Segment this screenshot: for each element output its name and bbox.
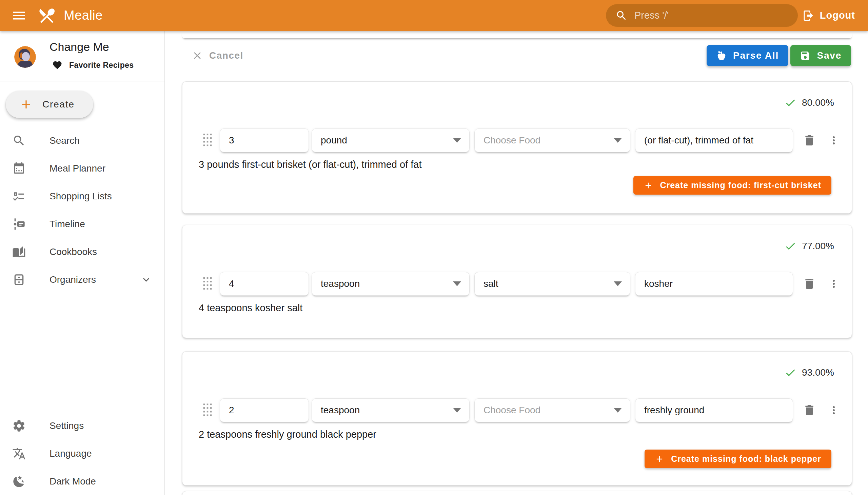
sidebar-divider bbox=[0, 81, 165, 81]
calendar-icon bbox=[12, 162, 26, 175]
quantity-input[interactable]: 3 bbox=[220, 129, 309, 152]
note-input[interactable]: (or flat-cut), trimmed of fat bbox=[635, 129, 793, 152]
magnify-icon bbox=[12, 134, 26, 148]
save-button[interactable]: Save bbox=[790, 45, 851, 66]
delete-button[interactable] bbox=[803, 404, 816, 417]
original-ingredient-text: 4 teaspoons kosher salt bbox=[199, 303, 303, 313]
main-content: Cancel Parse All Save 80.00% 3 pound bbox=[165, 31, 868, 495]
ingredient-card: 80.00% 3 pound Choose Food (or flat-cut)… bbox=[182, 81, 852, 214]
sidebar-item-search[interactable]: Search bbox=[0, 127, 165, 155]
select-caret-icon bbox=[453, 408, 461, 413]
food-select[interactable]: salt bbox=[474, 272, 630, 296]
trash-icon bbox=[803, 277, 816, 291]
drag-handle-icon[interactable] bbox=[202, 402, 213, 419]
confidence-indicator: 80.00% bbox=[784, 97, 834, 109]
sidebar-item-shopping-lists[interactable]: Shopping Lists bbox=[0, 183, 165, 210]
food-select[interactable]: Choose Food bbox=[474, 398, 630, 422]
original-ingredient-text: 3 pounds first-cut brisket (or flat-cut)… bbox=[199, 159, 422, 170]
kebab-menu-icon bbox=[828, 404, 840, 416]
delete-button[interactable] bbox=[803, 277, 816, 291]
sidebar-item-meal-planner[interactable]: Meal Planner bbox=[0, 155, 165, 183]
save-icon bbox=[800, 50, 811, 61]
unit-select[interactable]: teaspoon bbox=[311, 398, 470, 422]
confidence-value: 80.00% bbox=[802, 97, 834, 108]
quantity-input[interactable]: 2 bbox=[220, 398, 309, 422]
kebab-menu-icon bbox=[828, 134, 840, 147]
ingredient-card: 77.00% 4 teaspoon salt kosher 4 tea bbox=[182, 225, 852, 338]
book-open-icon bbox=[12, 245, 26, 259]
apple-icon bbox=[716, 50, 727, 61]
parse-all-button[interactable]: Parse All bbox=[707, 45, 788, 66]
create-missing-food-button[interactable]: Create missing food: black pepper bbox=[645, 449, 831, 468]
ingredient-card-partial bbox=[182, 491, 852, 495]
mealie-logo-icon[interactable] bbox=[37, 6, 56, 25]
select-caret-icon bbox=[614, 138, 622, 143]
search-input[interactable]: Press '/' bbox=[606, 4, 798, 27]
user-name: Change Me bbox=[50, 40, 109, 54]
trash-icon bbox=[803, 404, 816, 417]
confidence-value: 93.00% bbox=[802, 367, 834, 378]
checklist-icon bbox=[12, 189, 26, 203]
select-caret-icon bbox=[453, 138, 461, 143]
more-options-button[interactable] bbox=[828, 278, 840, 290]
more-options-button[interactable] bbox=[828, 134, 840, 147]
drag-handle-icon[interactable] bbox=[202, 276, 213, 292]
create-missing-food-button[interactable]: Create missing food: first-cut brisket bbox=[633, 176, 831, 194]
sidebar-item-cookbooks[interactable]: Cookbooks bbox=[0, 238, 165, 266]
note-input[interactable]: kosher bbox=[635, 272, 793, 296]
timeline-icon bbox=[12, 217, 26, 231]
logout-button[interactable]: Logout bbox=[798, 0, 859, 31]
confidence-indicator: 77.00% bbox=[784, 240, 834, 252]
moon-icon bbox=[12, 475, 26, 488]
sidebar-item-settings[interactable]: Settings bbox=[0, 412, 165, 440]
hamburger-menu-icon[interactable] bbox=[10, 7, 28, 24]
avatar[interactable] bbox=[14, 46, 36, 68]
create-button[interactable]: Create bbox=[6, 91, 93, 118]
select-caret-icon bbox=[614, 408, 622, 413]
app-header: Mealie Press '/' Logout bbox=[0, 0, 868, 31]
note-input[interactable]: freshly ground bbox=[635, 398, 793, 422]
gear-icon bbox=[12, 419, 26, 433]
trash-icon bbox=[803, 134, 816, 147]
sidebar-nav: Search Meal Planner Shopping Lists Timel… bbox=[0, 127, 165, 294]
food-select[interactable]: Choose Food bbox=[474, 129, 630, 152]
cabinet-icon bbox=[12, 273, 26, 287]
unit-select[interactable]: pound bbox=[311, 129, 470, 152]
delete-button[interactable] bbox=[803, 134, 816, 147]
sidebar-item-language[interactable]: Language bbox=[0, 440, 165, 467]
sidebar-bottom-nav: Settings Language Dark Mode bbox=[0, 412, 165, 495]
check-icon bbox=[784, 240, 797, 252]
translate-icon bbox=[12, 447, 26, 460]
more-options-button[interactable] bbox=[828, 404, 840, 416]
drag-handle-icon[interactable] bbox=[202, 132, 213, 149]
quantity-input[interactable]: 4 bbox=[220, 272, 309, 296]
sidebar: Change Me Favorite Recipes Create Search… bbox=[0, 31, 165, 495]
plus-icon bbox=[655, 454, 664, 464]
chevron-down-icon bbox=[140, 274, 152, 286]
close-icon bbox=[191, 50, 203, 62]
scrolled-card-edge bbox=[182, 31, 852, 38]
confidence-indicator: 93.00% bbox=[784, 366, 834, 379]
sidebar-item-organizers[interactable]: Organizers bbox=[0, 266, 165, 294]
search-icon bbox=[615, 10, 628, 22]
cancel-button[interactable]: Cancel bbox=[191, 45, 243, 66]
sidebar-item-dark-mode[interactable]: Dark Mode bbox=[0, 467, 165, 495]
unit-select[interactable]: teaspoon bbox=[311, 272, 470, 296]
search-placeholder: Press '/' bbox=[634, 10, 669, 21]
check-icon bbox=[784, 366, 797, 379]
kebab-menu-icon bbox=[828, 278, 840, 290]
ingredient-card: 93.00% 2 teaspoon Choose Food freshly gr… bbox=[182, 351, 852, 485]
heart-icon bbox=[52, 60, 62, 70]
original-ingredient-text: 2 teaspoons freshly ground black pepper bbox=[199, 429, 376, 440]
plus-icon bbox=[19, 98, 33, 111]
app-title: Mealie bbox=[64, 8, 103, 23]
sidebar-item-timeline[interactable]: Timeline bbox=[0, 210, 165, 238]
select-caret-icon bbox=[614, 281, 622, 286]
confidence-value: 77.00% bbox=[802, 241, 834, 252]
select-caret-icon bbox=[453, 281, 461, 286]
check-icon bbox=[784, 97, 797, 109]
favorite-recipes-link[interactable]: Favorite Recipes bbox=[52, 60, 134, 70]
logout-icon bbox=[802, 10, 814, 22]
plus-icon bbox=[644, 181, 653, 190]
